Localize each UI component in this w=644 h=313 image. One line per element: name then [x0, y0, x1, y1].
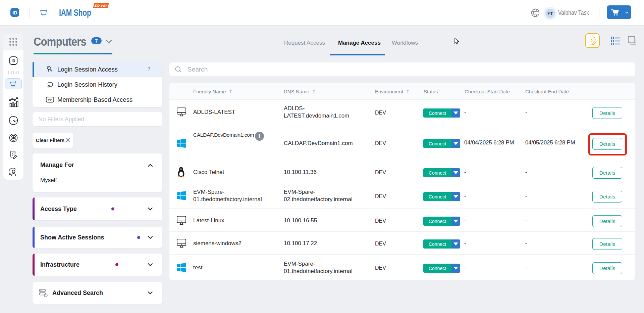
svg-text:VIP: VIP — [48, 98, 52, 101]
svg-text:ID: ID — [12, 59, 15, 63]
